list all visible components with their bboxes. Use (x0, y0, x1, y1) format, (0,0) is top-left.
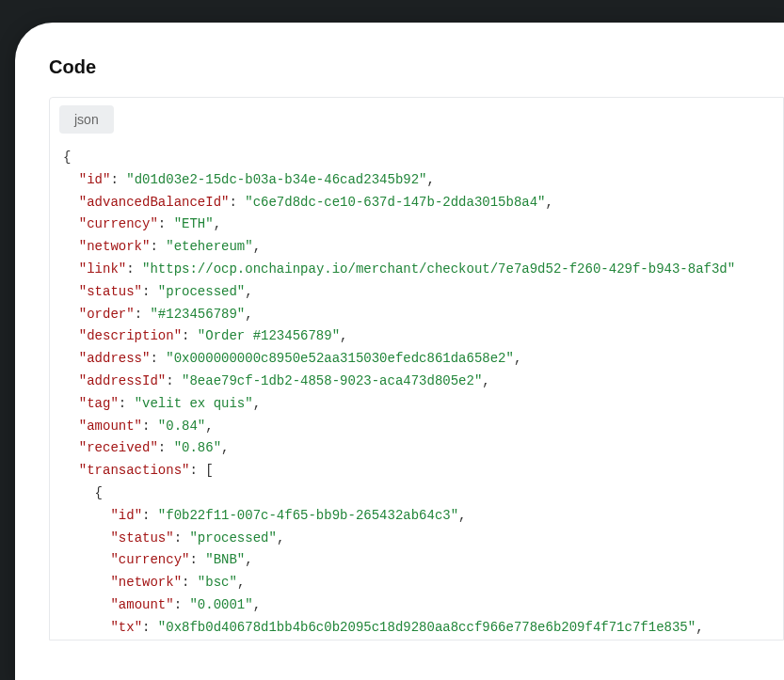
json-val-network: "etehereum" (166, 239, 252, 254)
code-box: json { "id": "d01d03e2-15dc-b03a-b34e-46… (49, 97, 784, 640)
json-key-description: "description" (79, 328, 182, 343)
json-val-description: "Order #123456789" (198, 328, 340, 343)
json-val-tx-currency: "BNB" (205, 552, 245, 567)
json-key-tx-amount: "amount" (110, 597, 173, 612)
json-val-tx-amount: "0.0001" (189, 597, 252, 612)
json-val-tx-id: "f0b22f11-007c-4f65-bb9b-265432ab64c3" (158, 508, 458, 523)
json-val-link: "https://ocp.onchainpay.io/merchant/chec… (142, 261, 735, 277)
json-val-tx-tx: "0x8fb0d40678d1bb4b6c0b2095c18d9280aa8cc… (158, 620, 696, 635)
json-val-id: "d01d03e2-15dc-b03a-b34e-46cad2345b92" (126, 172, 426, 187)
language-tabs: json (50, 98, 783, 134)
json-val-advancedBalanceId: "c6e7d8dc-ce10-637d-147b-2dda3015b8a4" (245, 195, 545, 210)
json-key-tx-currency: "currency" (110, 552, 189, 567)
code-panel: Code json { "id": "d01d03e2-15dc-b03a-b3… (15, 23, 784, 680)
json-key-addressId: "addressId" (79, 373, 166, 388)
json-val-tag: "velit ex quis" (135, 396, 253, 411)
json-key-transactions: "transactions" (79, 463, 190, 478)
json-key-received: "received" (79, 440, 158, 455)
json-val-order: "#123456789" (150, 307, 245, 322)
code-content: { "id": "d01d03e2-15dc-b03a-b34e-46cad23… (50, 134, 783, 640)
json-val-tx-network: "bsc" (198, 575, 237, 590)
json-val-currency: "ETH" (174, 216, 214, 231)
json-val-addressId: "8eae79cf-1db2-4858-9023-aca473d805e2" (182, 373, 482, 388)
json-key-id: "id" (79, 172, 111, 187)
json-key-address: "address" (79, 351, 151, 366)
json-key-tx-id: "id" (110, 508, 142, 523)
json-key-currency: "currency" (79, 216, 158, 231)
json-val-tx-status: "processed" (189, 530, 276, 546)
json-val-received: "0.86" (174, 440, 221, 455)
json-key-amount: "amount" (79, 419, 142, 434)
json-key-link: "link" (79, 261, 126, 277)
json-key-tx-tx: "tx" (110, 620, 142, 635)
json-key-advancedBalanceId: "advancedBalanceId" (79, 195, 230, 210)
json-key-tag: "tag" (79, 396, 119, 411)
json-key-status: "status" (79, 284, 142, 299)
json-val-amount: "0.84" (158, 419, 205, 434)
json-key-order: "order" (79, 307, 135, 322)
json-key-tx-status: "status" (110, 530, 173, 546)
json-val-status: "processed" (158, 284, 245, 299)
json-key-network: "network" (79, 239, 151, 254)
section-heading: Code (49, 56, 784, 78)
json-val-address: "0x000000000c8950e52aa315030efedc861da65… (166, 351, 514, 366)
json-key-tx-network: "network" (110, 575, 182, 590)
tab-json[interactable]: json (59, 105, 114, 134)
